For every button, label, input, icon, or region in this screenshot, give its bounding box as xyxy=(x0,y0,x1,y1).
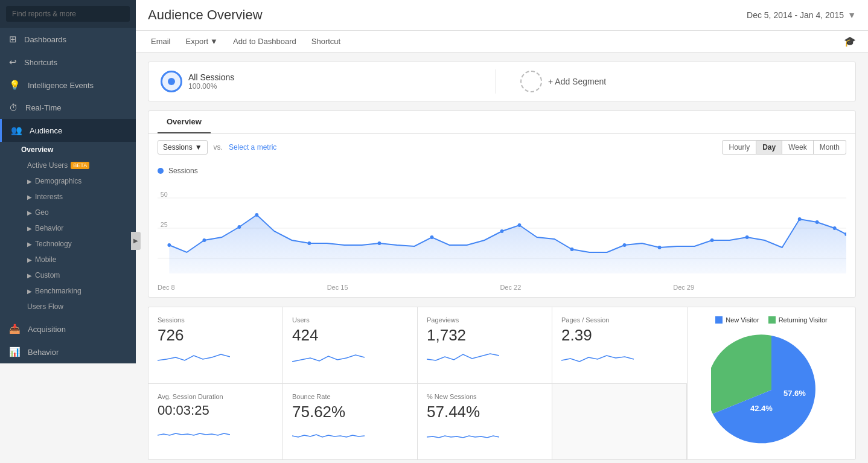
sidebar-item-shortcuts[interactable]: ↩ Shortcuts xyxy=(0,51,136,74)
overview-panel: Overview Sessions ▼ vs. Select a metric … xyxy=(148,110,856,298)
svg-point-13 xyxy=(500,229,504,233)
stat-new-sessions: % New Sessions 57.44% xyxy=(418,384,552,460)
new-visitor-legend: New Visitor xyxy=(715,316,759,324)
export-button[interactable]: Export ▼ xyxy=(183,36,221,47)
subnav-users-flow[interactable]: Users Flow xyxy=(9,299,136,315)
dashboards-icon: ⊞ xyxy=(9,34,17,45)
sidebar-collapse-button[interactable]: ▶ xyxy=(131,232,141,250)
subnav-active-users[interactable]: Active Users BETA xyxy=(9,158,136,173)
email-button[interactable]: Email xyxy=(148,36,174,47)
segment-divider xyxy=(496,69,496,94)
subnav-overview[interactable]: Overview xyxy=(9,142,136,158)
svg-text:42.4%: 42.4% xyxy=(750,404,773,413)
acquisition-icon: 📥 xyxy=(9,324,21,334)
segment-name: All Sessions xyxy=(188,72,234,82)
subnav-technology[interactable]: ▶ Technology xyxy=(9,236,136,252)
new-visitor-label: New Visitor xyxy=(726,316,759,324)
avg-session-duration-label: Avg. Session Duration xyxy=(158,393,273,400)
chart-controls: Sessions ▼ vs. Select a metric Hourly Da… xyxy=(148,134,855,161)
sidebar-item-behavior[interactable]: 📊 Behavior xyxy=(0,340,136,363)
svg-text:57.6%: 57.6% xyxy=(783,389,806,398)
svg-point-17 xyxy=(658,246,662,249)
stat-bounce-rate: Bounce Rate 75.62% xyxy=(283,384,418,460)
subnav-benchmarking[interactable]: ▶ Benchmarking xyxy=(9,283,136,299)
date-range-label: Dec 5, 2014 - Jan 4, 2015 xyxy=(747,10,844,20)
svg-point-7 xyxy=(202,238,206,242)
metric-selector[interactable]: Sessions ▼ xyxy=(158,140,208,155)
sidebar-item-audience[interactable]: 👥 Audience xyxy=(0,119,136,142)
pie-legend: New Visitor Returning Visitor xyxy=(715,316,828,324)
subnav-geo[interactable]: ▶ Geo xyxy=(9,205,136,220)
search-bar[interactable] xyxy=(0,0,136,28)
stats-grid: Sessions 726 Users 424 Pageviews 1,732 xyxy=(148,307,687,460)
sidebar-item-intelligence-events[interactable]: 💡 Intelligence Events xyxy=(0,74,136,97)
time-btn-week[interactable]: Week xyxy=(782,140,813,155)
add-to-dashboard-button[interactable]: Add to Dashboard xyxy=(230,36,299,47)
pie-chart-svg: 42.4% 57.6% xyxy=(711,330,832,450)
users-value: 424 xyxy=(292,326,408,345)
subnav-interests[interactable]: ▶ Interests xyxy=(9,189,136,205)
subnav-demographics[interactable]: ▶ Demographics xyxy=(9,173,136,189)
segment-circle xyxy=(161,71,182,92)
metric-label: Sessions xyxy=(163,143,193,152)
technology-arrow-icon: ▶ xyxy=(27,241,32,247)
page-header: Audience Overview Dec 5, 2014 - Jan 4, 2… xyxy=(136,0,868,31)
svg-point-11 xyxy=(378,241,381,245)
svg-point-16 xyxy=(623,243,627,247)
sessions-mini-chart xyxy=(158,348,230,366)
main-content: Audience Overview Dec 5, 2014 - Jan 4, 2… xyxy=(136,0,868,463)
time-btn-day[interactable]: Day xyxy=(756,140,782,155)
x-label-dec29: Dec 29 xyxy=(673,284,694,291)
audience-subnav: Overview Active Users BETA ▶ Demographic… xyxy=(0,142,136,315)
svg-point-6 xyxy=(167,243,171,247)
sidebar: ⊞ Dashboards ↩ Shortcuts 💡 Intelligence … xyxy=(0,0,136,463)
visitor-type-chart: New Visitor Returning Visitor xyxy=(687,307,856,460)
action-bar: Email Export ▼ Add to Dashboard Shortcut… xyxy=(136,31,868,53)
sidebar-item-dashboards[interactable]: ⊞ Dashboards xyxy=(0,28,136,51)
hat-icon[interactable]: 🎓 xyxy=(844,36,856,47)
add-segment-label: + Add Segment xyxy=(548,77,606,86)
new-sessions-mini-chart xyxy=(427,425,499,443)
overview-tabs: Overview xyxy=(148,111,855,134)
stat-sessions: Sessions 726 xyxy=(148,307,283,384)
sidebar-item-real-time[interactable]: ⏱ Real-Time xyxy=(0,97,136,119)
stat-pages-session: Pages / Session 2.39 xyxy=(552,307,687,384)
segment-pct: 100.00% xyxy=(188,82,234,91)
add-segment-button[interactable]: + Add Segment xyxy=(508,71,843,92)
shortcut-button[interactable]: Shortcut xyxy=(308,36,343,47)
select-metric-link[interactable]: Select a metric xyxy=(229,143,276,152)
returning-visitor-label: Returning Visitor xyxy=(779,316,828,324)
svg-point-10 xyxy=(308,241,311,245)
sidebar-item-acquisition[interactable]: 📥 Acquisition xyxy=(0,318,136,340)
svg-point-8 xyxy=(237,225,241,229)
subnav-mobile[interactable]: ▶ Mobile xyxy=(9,252,136,267)
behavior-arrow-icon: ▶ xyxy=(27,225,32,232)
subnav-custom[interactable]: ▶ Custom xyxy=(9,267,136,283)
svg-point-9 xyxy=(255,213,258,217)
date-range-picker[interactable]: Dec 5, 2014 - Jan 4, 2015 ▼ xyxy=(747,10,856,20)
time-btn-hourly[interactable]: Hourly xyxy=(722,140,756,155)
svg-point-21 xyxy=(815,220,819,224)
stat-pageviews: Pageviews 1,732 xyxy=(418,307,552,384)
vs-label: vs. xyxy=(214,143,223,152)
all-sessions-segment[interactable]: All Sessions 100.00% xyxy=(161,71,483,92)
svg-point-14 xyxy=(518,223,522,227)
time-period-buttons: Hourly Day Week Month xyxy=(722,140,846,155)
stat-empty xyxy=(552,384,687,460)
x-label-dec8: Dec 8 xyxy=(158,284,175,291)
chart-x-labels: Dec 8 Dec 15 Dec 22 Dec 29 xyxy=(148,281,855,297)
sessions-legend-label: Sessions xyxy=(168,167,198,175)
date-range-dropdown-icon: ▼ xyxy=(847,10,856,20)
svg-point-22 xyxy=(833,226,837,230)
benchmarking-arrow-icon: ▶ xyxy=(27,288,32,295)
audience-icon: 👥 xyxy=(11,125,22,136)
segment-info: All Sessions 100.00% xyxy=(188,72,234,91)
time-btn-month[interactable]: Month xyxy=(814,140,846,155)
avg-session-mini-chart xyxy=(158,422,230,440)
subnav-behavior[interactable]: ▶ Behavior xyxy=(9,220,136,236)
search-input[interactable] xyxy=(6,6,130,22)
svg-text:25: 25 xyxy=(161,221,168,228)
tab-overview[interactable]: Overview xyxy=(158,111,211,133)
pageviews-label: Pageviews xyxy=(427,316,543,324)
stat-avg-session-duration: Avg. Session Duration 00:03:25 xyxy=(148,384,283,460)
